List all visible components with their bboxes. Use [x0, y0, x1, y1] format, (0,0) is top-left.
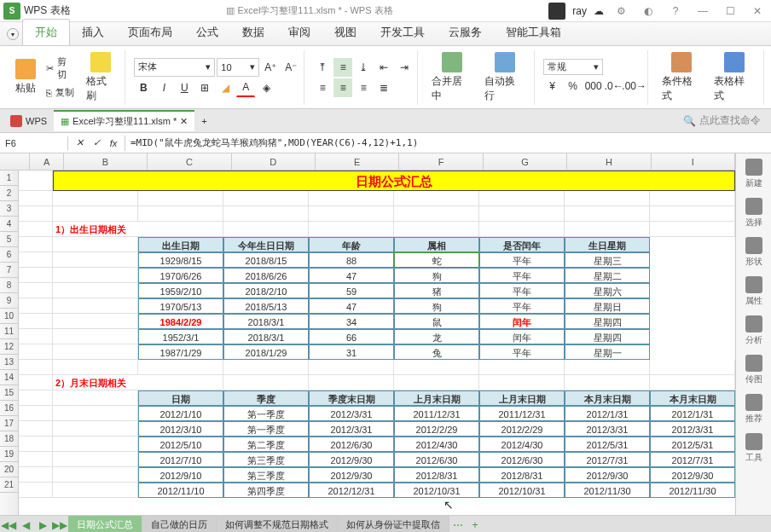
- cell[interactable]: [53, 298, 138, 314]
- table-cell[interactable]: 2012/3/31: [309, 406, 394, 421]
- cloud-icon[interactable]: ☁: [594, 5, 604, 17]
- cell[interactable]: [309, 191, 394, 206]
- menu-tab-1[interactable]: 插入: [70, 20, 116, 45]
- cell[interactable]: [53, 314, 138, 329]
- cell[interactable]: [394, 375, 479, 390]
- table-cell[interactable]: 第一季度: [223, 421, 309, 437]
- border-button[interactable]: ⊞: [195, 78, 214, 97]
- cell[interactable]: [53, 344, 138, 360]
- table-cell[interactable]: 2012/2/29: [394, 421, 479, 437]
- merge-button[interactable]: 合并居中: [426, 50, 478, 105]
- table-header[interactable]: 本月末日期: [565, 390, 650, 406]
- table-cell[interactable]: 1984/2/29: [138, 314, 223, 329]
- table-cell[interactable]: 平年: [479, 298, 565, 314]
- row-header[interactable]: 9: [0, 293, 18, 309]
- table-cell[interactable]: 2012/3/31: [565, 421, 650, 437]
- table-cell[interactable]: 2011/12/31: [479, 406, 565, 421]
- cell[interactable]: [53, 421, 138, 437]
- cell[interactable]: [309, 222, 394, 237]
- indent-right-button[interactable]: ⇥: [395, 58, 414, 77]
- cell[interactable]: [650, 375, 735, 390]
- table-cell[interactable]: 2012/10/31: [479, 483, 565, 498]
- cell[interactable]: [19, 344, 53, 360]
- table-cell[interactable]: 2012/4/30: [479, 437, 565, 452]
- table-cell[interactable]: 2012/7/10: [138, 452, 223, 467]
- table-cell[interactable]: 鼠: [394, 314, 479, 329]
- cell[interactable]: [309, 206, 394, 222]
- maximize-button[interactable]: ☐: [720, 3, 740, 20]
- table-cell[interactable]: 猪: [394, 283, 479, 298]
- cut-button[interactable]: ✂剪切: [43, 54, 79, 83]
- cell[interactable]: [19, 298, 53, 314]
- cell[interactable]: [565, 375, 650, 390]
- table-cell[interactable]: 龙: [394, 329, 479, 344]
- underline-button[interactable]: U: [175, 78, 194, 97]
- table-cell[interactable]: 1952/3/1: [138, 329, 223, 344]
- row-header[interactable]: 7: [0, 263, 18, 278]
- cell[interactable]: [53, 237, 138, 252]
- side-分析[interactable]: 分析: [745, 315, 762, 346]
- menu-tab-0[interactable]: 开始: [22, 19, 70, 45]
- side-推荐[interactable]: 推荐: [745, 394, 762, 425]
- section2-title[interactable]: 2）月末日期相关: [53, 375, 223, 390]
- row-header[interactable]: 17: [0, 416, 18, 431]
- sheet-nav-first[interactable]: ◀◀: [0, 517, 17, 533]
- cell[interactable]: [53, 268, 138, 283]
- row-header[interactable]: 18: [0, 431, 18, 447]
- cell[interactable]: [479, 191, 565, 206]
- wps-tab[interactable]: WPS: [3, 112, 54, 130]
- cell[interactable]: [394, 360, 479, 375]
- close-tab-icon[interactable]: ✕: [180, 116, 188, 127]
- cell[interactable]: [53, 206, 138, 222]
- col-header[interactable]: H: [567, 153, 651, 170]
- cond-format-button[interactable]: 条件格式: [657, 50, 708, 105]
- help-icon[interactable]: ?: [665, 3, 686, 20]
- table-cell[interactable]: 2012/9/30: [650, 467, 735, 483]
- table-cell[interactable]: 星期四: [565, 314, 650, 329]
- cell[interactable]: [565, 360, 650, 375]
- table-cell[interactable]: 第三季度: [223, 452, 309, 467]
- table-cell[interactable]: 2012/1/31: [650, 406, 735, 421]
- align-top-button[interactable]: ⤒: [313, 58, 332, 77]
- cell[interactable]: [223, 206, 309, 222]
- cell[interactable]: [138, 360, 223, 375]
- fontsize-select[interactable]: 10▾: [217, 58, 259, 77]
- table-cell[interactable]: 2012/5/10: [138, 437, 223, 452]
- cell[interactable]: [309, 360, 394, 375]
- table-cell[interactable]: 1970/5/13: [138, 298, 223, 314]
- bold-button[interactable]: B: [134, 78, 153, 97]
- col-header[interactable]: B: [64, 153, 148, 170]
- cell[interactable]: [19, 437, 53, 452]
- menu-tab-6[interactable]: 视图: [322, 20, 368, 45]
- col-header[interactable]: F: [399, 153, 483, 170]
- row-header[interactable]: 20: [0, 462, 18, 477]
- cell[interactable]: [19, 452, 53, 467]
- side-属性[interactable]: 属性: [745, 276, 762, 307]
- cell[interactable]: [53, 252, 138, 268]
- table-cell[interactable]: 星期四: [565, 329, 650, 344]
- cell[interactable]: [138, 191, 223, 206]
- table-cell[interactable]: 第二季度: [223, 437, 309, 452]
- table-cell[interactable]: 1929/8/15: [138, 252, 223, 268]
- cell[interactable]: [19, 421, 53, 437]
- table-cell[interactable]: 2018/2/10: [223, 283, 309, 298]
- cell[interactable]: [19, 222, 53, 237]
- table-cell[interactable]: 2011/12/31: [394, 406, 479, 421]
- col-header[interactable]: C: [148, 153, 231, 170]
- table-cell[interactable]: 2012/2/29: [479, 421, 565, 437]
- table-cell[interactable]: 2012/12/31: [309, 483, 394, 498]
- cell[interactable]: [19, 237, 53, 252]
- row-header[interactable]: 4: [0, 217, 18, 232]
- percent-button[interactable]: %: [564, 77, 583, 95]
- menu-tab-4[interactable]: 数据: [230, 20, 276, 45]
- cell[interactable]: [650, 222, 735, 237]
- table-header[interactable]: 今年生日日期: [223, 237, 309, 252]
- table-cell[interactable]: 47: [309, 298, 394, 314]
- table-cell[interactable]: 2012/9/30: [309, 452, 394, 467]
- table-header[interactable]: 上月末日期: [479, 390, 565, 406]
- table-cell[interactable]: 2012/4/30: [394, 437, 479, 452]
- table-cell[interactable]: 2012/11/30: [565, 483, 650, 498]
- col-header[interactable]: I: [652, 153, 735, 170]
- table-cell[interactable]: 第三季度: [223, 467, 309, 483]
- cell[interactable]: [53, 483, 138, 498]
